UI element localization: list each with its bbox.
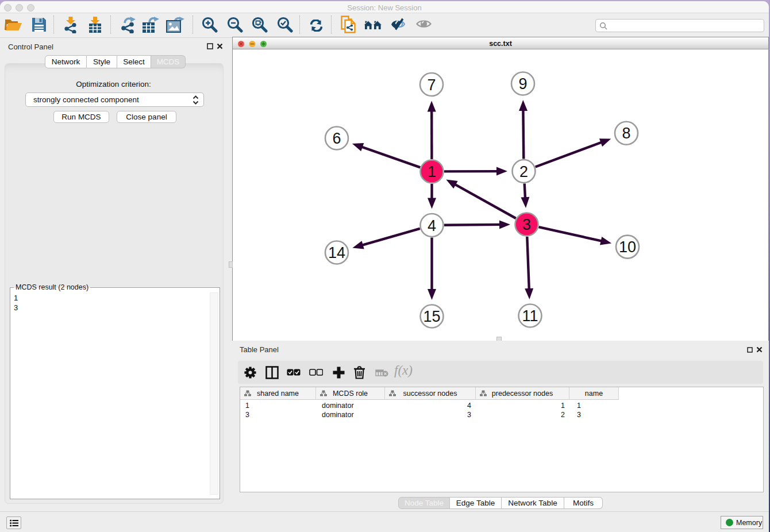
svg-text:11: 11 xyxy=(522,307,538,325)
svg-text:4: 4 xyxy=(428,217,436,234)
svg-text:8: 8 xyxy=(622,125,630,142)
svg-text:6: 6 xyxy=(332,130,341,147)
svg-text:7: 7 xyxy=(427,76,436,94)
svg-text:3: 3 xyxy=(522,216,531,233)
svg-text:15: 15 xyxy=(423,308,440,325)
svg-text:9: 9 xyxy=(518,75,527,92)
svg-text:2: 2 xyxy=(519,163,528,180)
svg-text:10: 10 xyxy=(619,238,636,256)
svg-text:1: 1 xyxy=(428,163,436,180)
svg-text:14: 14 xyxy=(328,244,345,261)
